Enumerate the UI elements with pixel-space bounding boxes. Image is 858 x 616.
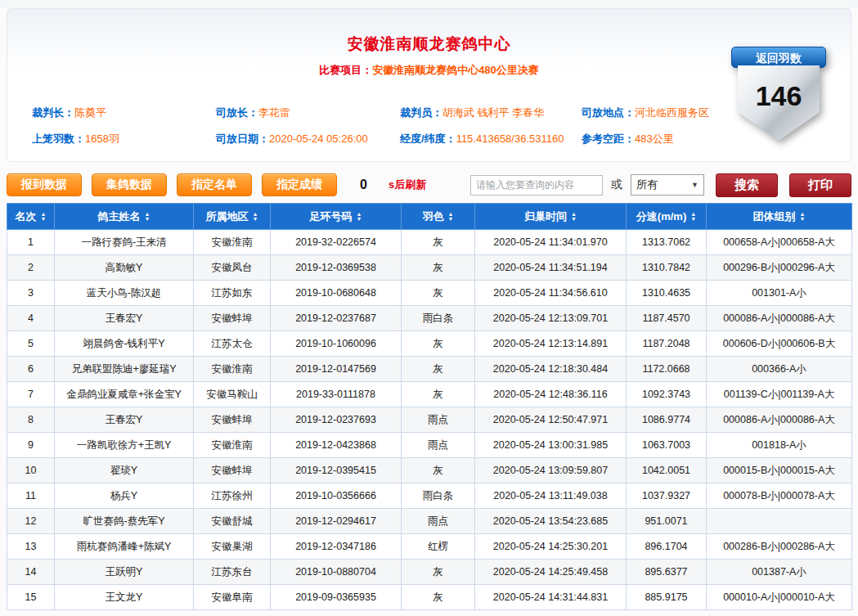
- table-cell: 一路凯歌徐方+王凯Y: [55, 433, 194, 458]
- column-label: 羽色: [423, 210, 444, 223]
- table-cell: 灰: [402, 255, 475, 281]
- table-cell: 雨点: [402, 509, 475, 534]
- table-cell: 2020-05-24 13:00:31.985: [475, 433, 627, 458]
- table-cell: 2019-10-0880704: [271, 560, 402, 585]
- table-body: 1一路行赛鸽-王来清安徽淮南2019-32-0226574灰2020-05-24…: [7, 230, 852, 610]
- table-cell: 杨兵Y: [55, 483, 194, 509]
- table-cell: 8: [7, 407, 55, 433]
- table-cell: [707, 509, 852, 534]
- table-cell: 雨白条: [402, 306, 475, 331]
- column-header[interactable]: 鸽主姓名▲▼: [55, 204, 194, 230]
- search-input[interactable]: [470, 175, 603, 196]
- filter-select[interactable]: 所有 ▼: [631, 174, 704, 196]
- table-row: 8王春宏Y安徽蚌埠2019-12-0237693雨点2020-05-24 12:…: [7, 407, 852, 433]
- table-cell: 1187.2048: [627, 331, 707, 357]
- table-cell: 雨白条: [402, 483, 475, 509]
- table-cell: 1: [7, 230, 55, 255]
- table-cell: 2020-05-24 14:31:44.831: [475, 585, 627, 610]
- table-cell: 4: [7, 306, 55, 331]
- column-header[interactable]: 羽色▲▼: [402, 204, 475, 230]
- table-cell: 001139-C小|001139-A大: [707, 382, 852, 407]
- column-header[interactable]: 团体组别▲▼: [707, 204, 852, 230]
- table-cell: 2019-12-0369538: [271, 255, 402, 281]
- table-row: 5翊晨鸽舍-钱利平Y江苏太仓2019-10-1060096灰2020-05-24…: [7, 331, 852, 357]
- results-table: 名次▲▼鸽主姓名▲▼所属地区▲▼足环号码▲▼羽色▲▼归巢时间▲▼分速(m/m)▲…: [7, 203, 852, 610]
- table-cell: 14: [7, 560, 55, 585]
- return-count-label: 返回羽数: [731, 47, 826, 68]
- table-cell: 蓝天小鸟-陈汉超: [55, 281, 194, 306]
- return-count-value: 146: [738, 65, 820, 141]
- table-cell: 1187.4570: [627, 306, 707, 331]
- info-label: 司放日期：: [216, 133, 269, 145]
- table-cell: 6: [7, 357, 55, 382]
- column-label: 鸽主姓名: [98, 210, 141, 223]
- sort-icon[interactable]: ▲▼: [571, 212, 577, 222]
- column-header[interactable]: 归巢时间▲▼: [475, 204, 627, 230]
- info-value: 483公里: [635, 133, 674, 145]
- info-label: 裁判长：: [32, 106, 74, 119]
- table-cell: 雨点: [402, 433, 475, 458]
- table-cell: 安徽蚌埠: [194, 306, 271, 331]
- nominated-results-button[interactable]: 指定成绩: [262, 173, 337, 196]
- table-cell: 一路行赛鸽-王来清: [55, 230, 194, 255]
- column-header[interactable]: 所属地区▲▼: [194, 204, 271, 230]
- table-cell: 灰: [402, 585, 475, 610]
- nominated-list-button[interactable]: 指定名单: [177, 173, 252, 196]
- race-info-grid: 裁判长：陈奠平 司放长：李花雷 裁判员：胡海武 钱利平 李春华 司放地点：河北临…: [32, 106, 851, 146]
- table-cell: 2019-32-0226574: [271, 230, 402, 255]
- table-cell: 1310.7842: [627, 255, 707, 281]
- info-value: 胡海武 钱利平 李春华: [442, 106, 544, 119]
- sort-icon[interactable]: ▲▼: [800, 212, 806, 222]
- table-cell: 2019-12-0237693: [271, 407, 402, 433]
- table-cell: 000606-D小|000606-B大: [707, 331, 852, 357]
- header-row: 名次▲▼鸽主姓名▲▼所属地区▲▼足环号码▲▼羽色▲▼归巢时间▲▼分速(m/m)▲…: [7, 204, 852, 230]
- column-header[interactable]: 名次▲▼: [7, 204, 55, 230]
- table-row: 15王文龙Y安徽阜南2019-09-0365935灰2020-05-24 14:…: [7, 585, 852, 610]
- table-cell: 2020-05-24 12:13:09.701: [475, 306, 627, 331]
- checkin-data-button[interactable]: 报到数据: [7, 173, 82, 196]
- table-row: 9一路凯歌徐方+王凯Y安徽淮南2019-12-0423868雨点2020-05-…: [7, 433, 852, 458]
- table-row: 14王跃明Y江苏东台2019-10-0880704灰2020-05-24 14:…: [7, 560, 852, 585]
- column-label: 所属地区: [206, 210, 249, 223]
- column-header[interactable]: 分速(m/m)▲▼: [627, 204, 707, 230]
- table-cell: 2019-12-0294617: [271, 509, 402, 534]
- column-header[interactable]: 足环号码▲▼: [271, 204, 402, 230]
- sort-icon[interactable]: ▲▼: [253, 212, 258, 222]
- basketing-data-button[interactable]: 集鸽数据: [92, 173, 167, 196]
- table-cell: 王跃明Y: [55, 560, 194, 585]
- table-cell: 2020-05-24 14:25:30.201: [475, 534, 627, 560]
- table-cell: 兄弟联盟陈迪+廖延瑞Y: [55, 357, 194, 382]
- table-cell: 安徽淮南: [194, 433, 271, 458]
- sort-icon[interactable]: ▲▼: [357, 212, 362, 222]
- table-cell: 雨杭赛鸽潘峰+陈斌Y: [55, 534, 194, 560]
- table-cell: 2019-10-0680648: [271, 281, 402, 306]
- table-cell: 000078-B小|000078-A大: [707, 483, 852, 509]
- info-release-chief: 司放长：李花雷: [216, 106, 400, 120]
- search-group: 或 所有 ▼ 搜索 打印: [470, 173, 851, 197]
- table-cell: 翟琰Y: [55, 458, 194, 483]
- page-title: 安徽淮南顺龙赛鸽中心: [7, 34, 851, 55]
- sort-icon[interactable]: ▲▼: [690, 212, 696, 222]
- sort-icon[interactable]: ▲▼: [41, 212, 47, 222]
- table-cell: 王春宏Y: [55, 306, 194, 331]
- column-label: 名次: [16, 210, 37, 223]
- table-cell: 安徽淮南: [194, 357, 271, 382]
- info-coordinates: 经度/纬度：115.413658/36.531160: [400, 132, 582, 146]
- table-cell: 2019-12-0395415: [271, 458, 402, 483]
- info-referees: 裁判员：胡海武 钱利平 李春华: [400, 106, 582, 120]
- table-cell: 2019-12-0423868: [271, 433, 402, 458]
- table-cell: 000010-A小|000010-A大: [707, 585, 852, 610]
- info-basketed-count: 上笼羽数：1658羽: [32, 132, 216, 146]
- table-cell: 2019-12-0147569: [271, 357, 402, 382]
- table-cell: 000296-B小|000296-A大: [707, 255, 852, 281]
- print-button[interactable]: 打印: [789, 173, 851, 197]
- sort-icon[interactable]: ▲▼: [448, 212, 454, 222]
- info-value: 河北临西服务区: [635, 106, 709, 119]
- table-cell: 1063.7003: [627, 433, 707, 458]
- search-button[interactable]: 搜索: [716, 173, 778, 197]
- table-cell: 951.0071: [627, 509, 707, 534]
- chevron-down-icon: ▼: [691, 181, 699, 189]
- sort-icon[interactable]: ▲▼: [145, 212, 150, 222]
- table-cell: 11: [7, 483, 55, 509]
- table-cell: 13: [7, 534, 55, 560]
